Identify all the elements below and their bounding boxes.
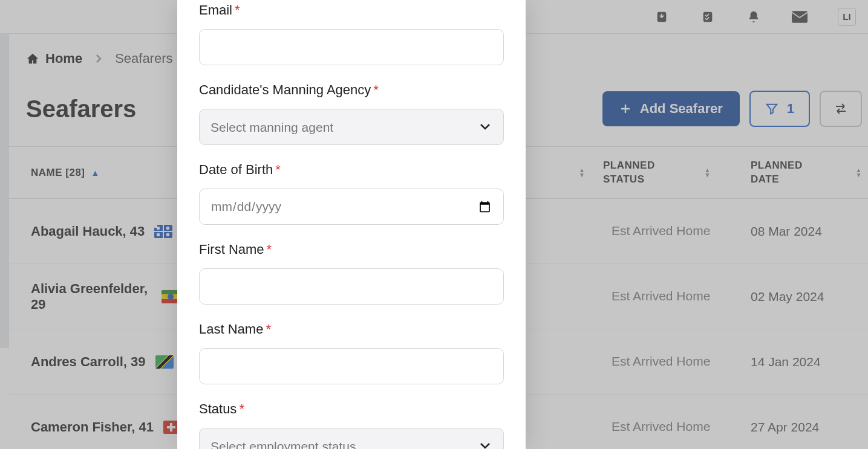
status-select[interactable]: Select employment status xyxy=(199,428,504,449)
first-name-field[interactable] xyxy=(199,268,504,305)
add-seafarer-modal: Email* Candidate's Manning Agency* Selec… xyxy=(177,0,526,449)
last-name-label: Last Name* xyxy=(199,321,504,337)
status-label: Status* xyxy=(199,401,504,417)
agency-label: Candidate's Manning Agency* xyxy=(199,82,504,98)
email-field[interactable] xyxy=(199,29,504,65)
dob-field[interactable] xyxy=(199,189,504,225)
first-name-label: First Name* xyxy=(199,242,504,257)
agency-select[interactable]: Select manning agent xyxy=(199,109,504,145)
dob-label: Date of Birth* xyxy=(199,162,504,178)
last-name-field[interactable] xyxy=(199,348,504,384)
email-label: Email* xyxy=(199,2,504,18)
